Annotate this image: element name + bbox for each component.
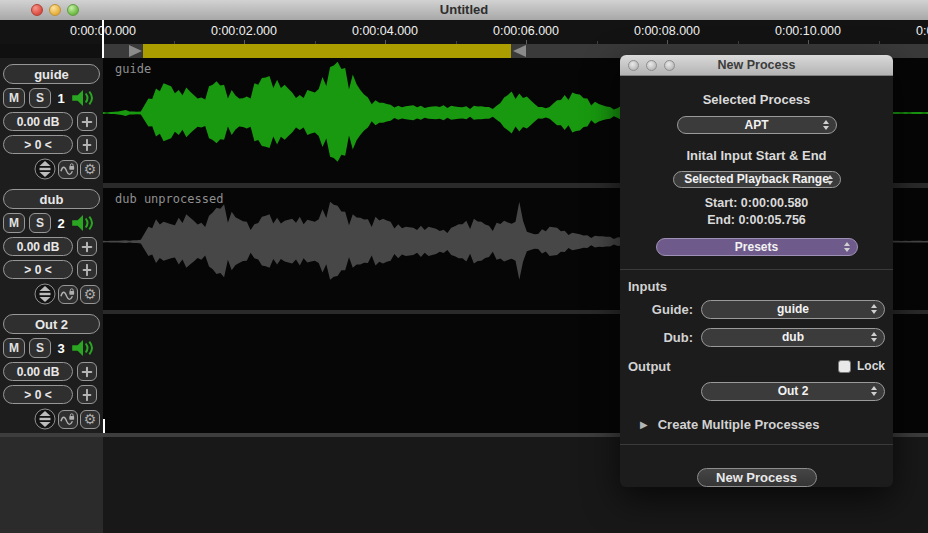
dub-dropdown-value: dub [782, 330, 804, 344]
presets-dropdown[interactable]: Presets [656, 238, 858, 256]
dialog-titlebar[interactable]: New Process [620, 55, 893, 76]
track-name-button[interactable]: dub [3, 189, 100, 209]
gain-field[interactable]: 0.00 dB [3, 112, 73, 131]
timeline-ruler[interactable]: 0:00:00.0000:00:02.0000:00:04.0000:00:06… [0, 20, 928, 44]
playhead-line [103, 419, 105, 433]
solo-button[interactable]: S [29, 338, 51, 358]
ruler-label: 0:00:10.000 [775, 24, 841, 38]
gain-trim-button[interactable] [77, 237, 97, 256]
range-dropdown[interactable]: Selected Playback Range [673, 171, 841, 189]
track-header-guide: guide M S 1 0.00 dB > 0 < [3, 64, 100, 180]
process-dropdown[interactable]: APT [677, 116, 837, 134]
fader-plus-icon [81, 264, 93, 276]
track-settings-button[interactable]: ⚙ [80, 160, 100, 179]
selected-process-heading: Selected Process [703, 92, 811, 107]
pan-field[interactable]: > 0 < [3, 385, 73, 404]
track-resize-button[interactable] [34, 283, 56, 305]
gear-icon: ⚙ [84, 162, 97, 176]
inputs-section-label: Inputs [628, 279, 667, 294]
playhead-line[interactable] [102, 20, 104, 58]
ruler-label: 0:00:06.000 [493, 24, 559, 38]
wave-lock-icon [60, 413, 76, 426]
fader-plus-icon [81, 389, 93, 401]
waveform-lock-button[interactable] [58, 160, 78, 179]
guide-dropdown-value: guide [777, 302, 809, 316]
ruler-label: 0:00:12.000 [916, 24, 928, 38]
dialog-body: Selected Process APT Inital Input Start … [620, 76, 893, 487]
waveform-lock-button[interactable] [58, 410, 78, 429]
dialog-title: New Process [620, 58, 893, 72]
mute-button[interactable]: M [3, 338, 25, 358]
gain-trim-button[interactable] [77, 362, 97, 381]
speaker-icon[interactable] [71, 339, 95, 357]
plus-icon [81, 241, 93, 253]
solo-button[interactable]: S [29, 213, 51, 233]
ruler-label: 0:00:08.000 [634, 24, 700, 38]
guide-input-label: Guide: [652, 302, 693, 317]
lock-checkbox[interactable] [838, 360, 851, 373]
clip-label: dub unprocessed [115, 192, 223, 206]
track-settings-button[interactable]: ⚙ [80, 410, 100, 429]
wave-lock-icon [60, 163, 76, 176]
dub-dropdown[interactable]: dub [701, 328, 885, 347]
updown-arrows-icon [823, 120, 829, 130]
track-settings-button[interactable]: ⚙ [80, 285, 100, 304]
pan-field[interactable]: > 0 < [3, 260, 73, 279]
wave-lock-icon [60, 288, 76, 301]
new-process-dialog: New Process Selected Process APT Inital … [620, 55, 893, 487]
create-multiple-label[interactable]: Create Multiple Processes [658, 417, 820, 432]
updown-arrows-icon [871, 332, 877, 342]
empty-header-area [0, 437, 103, 533]
dialog-divider [620, 444, 893, 445]
plus-icon [81, 366, 93, 378]
track-name-button[interactable]: guide [3, 64, 100, 84]
track-name-button[interactable]: Out 2 [3, 314, 100, 334]
updown-arrows-icon [844, 242, 850, 252]
track-number: 2 [55, 216, 67, 231]
gain-trim-button[interactable] [77, 112, 97, 131]
track-header-column: guide M S 1 0.00 dB > 0 < [0, 58, 103, 433]
gain-field[interactable]: 0.00 dB [3, 362, 73, 381]
solo-button[interactable]: S [29, 88, 51, 108]
speaker-icon[interactable] [71, 89, 95, 107]
new-process-button[interactable]: New Process [697, 468, 817, 487]
track-resize-button[interactable] [34, 158, 56, 180]
waveform-lock-button[interactable] [58, 285, 78, 304]
fader-plus-icon [81, 139, 93, 151]
output-dropdown[interactable]: Out 2 [701, 382, 885, 401]
track-resize-button[interactable] [34, 408, 56, 430]
selected-playback-range[interactable] [143, 44, 511, 58]
updown-arrows-icon [871, 386, 877, 396]
output-section-label: Output [628, 359, 671, 374]
process-dropdown-value: APT [745, 118, 769, 132]
disclosure-triangle-icon[interactable]: ▶ [640, 419, 648, 430]
range-dropdown-value: Selected Playback Range [684, 172, 829, 186]
mute-button[interactable]: M [3, 213, 25, 233]
ruler-label: 0:00:02.000 [211, 24, 277, 38]
pan-trim-button[interactable] [77, 385, 97, 404]
track-header-dub: dub M S 2 0.00 dB > 0 < [3, 189, 100, 305]
gain-field[interactable]: 0.00 dB [3, 237, 73, 256]
speaker-icon[interactable] [71, 214, 95, 232]
clip-label: guide [115, 62, 151, 76]
track-number: 1 [55, 91, 67, 106]
app-window: Untitled 0:00:00.0000:00:02.0000:00:04.0… [0, 0, 928, 533]
presets-dropdown-label: Presets [735, 240, 778, 254]
plus-icon [81, 116, 93, 128]
range-end-text: End: 0:00:05.756 [707, 212, 806, 229]
pan-trim-button[interactable] [77, 135, 97, 154]
dialog-divider [620, 269, 893, 270]
range-end-marker-icon[interactable] [513, 45, 526, 57]
initial-input-heading: Inital Input Start & End [686, 148, 826, 163]
gear-icon: ⚙ [84, 412, 97, 426]
pan-trim-button[interactable] [77, 260, 97, 279]
updown-arrows-icon [827, 175, 833, 185]
window-title: Untitled [0, 2, 928, 17]
mute-button[interactable]: M [3, 88, 25, 108]
guide-dropdown[interactable]: guide [701, 300, 885, 319]
ruler-label: 0:00:04.000 [352, 24, 418, 38]
lock-label: Lock [857, 358, 885, 375]
output-dropdown-value: Out 2 [778, 384, 809, 398]
pan-field[interactable]: > 0 < [3, 135, 73, 154]
range-start-marker-icon[interactable] [129, 45, 142, 57]
